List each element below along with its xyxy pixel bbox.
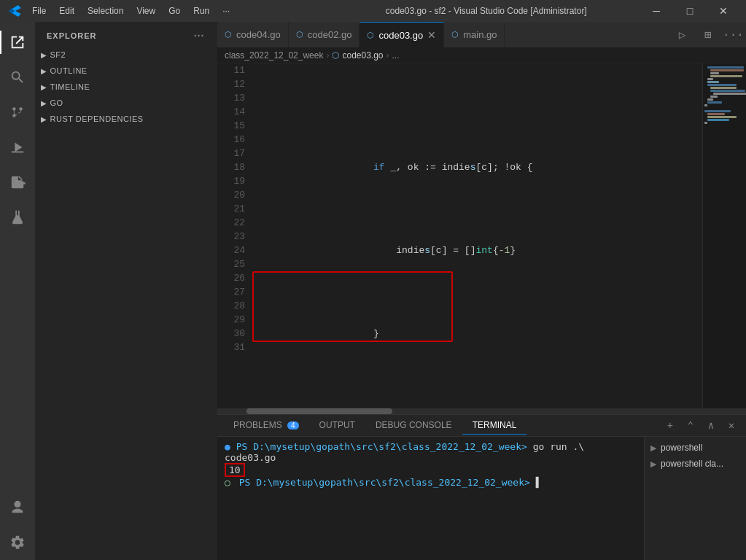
editor-area: ⬡ code04.go ⬡ code02.go ⬡ code03.go ✕ ⬡ …	[217, 22, 746, 560]
terminal-prompt1: ● PS D:\mysetup\gopath\src\sf2\class_202…	[225, 441, 637, 452]
terminal-session-2[interactable]: ▶ powershell cla...	[645, 456, 746, 472]
sidebar-section-outline-header[interactable]: ▶ OUTLINE	[35, 64, 217, 77]
run-button[interactable]: ▷	[669, 22, 695, 47]
svg-rect-3	[12, 152, 24, 153]
sidebar-section-sf2-header[interactable]: ▶ SF2	[35, 48, 217, 61]
sidebar-new-file-btn[interactable]: ···	[193, 29, 206, 42]
terminal-session-1[interactable]: ▶ powershell	[645, 440, 746, 456]
sidebar-header: EXPLORER ···	[35, 22, 217, 47]
tabs-right-actions: ▷ ⊞ ···	[669, 22, 746, 47]
panel-split-button[interactable]: ⌃	[682, 417, 699, 435]
activity-bar	[0, 22, 35, 560]
go-file-icon: ⬡	[225, 30, 232, 39]
go-file-icon2: ⬡	[296, 30, 303, 39]
code-line-14: indies[c] = append(indies[c], i)	[260, 396, 702, 408]
tab-code04[interactable]: ⬡ code04.go	[217, 22, 289, 47]
panel-tabs: PROBLEMS 4 OUTPUT DEBUG CONSOLE TERMINAL…	[217, 415, 746, 437]
editor-tabs: ⬡ code04.go ⬡ code02.go ⬡ code03.go ✕ ⬡ …	[217, 22, 746, 47]
close-button[interactable]: ✕	[707, 0, 740, 22]
terminal-output[interactable]: ● PS D:\mysetup\gopath\src\sf2\class_202…	[217, 437, 644, 560]
terminal-prompt-dot: ●	[225, 441, 230, 452]
tab-code02[interactable]: ⬡ code02.go	[289, 22, 360, 47]
editor-body: 11 12 13 14 15 16 17 18 19 20 21 22 23 2…	[217, 63, 746, 560]
app-logo	[6, 2, 23, 20]
chevron-right-icon2: ▶	[41, 67, 47, 75]
activity-extensions[interactable]	[0, 165, 35, 200]
tab-close-code03[interactable]: ✕	[427, 29, 436, 41]
bottom-panel: PROBLEMS 4 OUTPUT DEBUG CONSOLE TERMINAL…	[217, 414, 746, 560]
code-content[interactable]: if _, ok := indies[c]; !ok { indies[c] =…	[252, 63, 702, 408]
sidebar-section-go-header[interactable]: ▶ GO	[35, 96, 217, 109]
activity-settings[interactable]	[0, 525, 35, 560]
minimap	[702, 63, 746, 408]
sidebar-section-sf2: ▶ SF2	[35, 47, 217, 63]
panel-tab-problems[interactable]: PROBLEMS 4	[223, 416, 309, 435]
window-title: code03.go - sf2 - Visual Studio Code [Ad…	[333, 6, 640, 16]
minimize-button[interactable]: ─	[640, 0, 673, 22]
sidebar-header-actions: ···	[193, 29, 206, 42]
breadcrumb-file-icon: ⬡	[332, 50, 339, 61]
menu-run[interactable]: Run	[187, 4, 215, 18]
terminal-cursor: ▌	[536, 477, 542, 488]
terminal-cmd1b: code03.go	[225, 452, 637, 463]
panel-maximize-button[interactable]: ∧	[702, 417, 720, 435]
sidebar-section-timeline-header[interactable]: ▶ TIMELINE	[35, 80, 217, 93]
main-layout: EXPLORER ··· ▶ SF2 ▶ OUTLINE ▶ TIMELINE	[0, 22, 746, 560]
menu-bar: File Edit Selection View Go Run ···	[26, 4, 333, 18]
go-file-icon4: ⬡	[451, 30, 459, 39]
code-line-11: if _, ok := indies[c]; !ok {	[260, 147, 702, 188]
line-numbers: 11 12 13 14 15 16 17 18 19 20 21 22 23 2…	[217, 63, 252, 408]
terminal-output-line: 10	[225, 463, 637, 477]
problems-badge: 4	[287, 421, 299, 429]
go-file-icon3: ⬡	[367, 31, 374, 40]
code-editor[interactable]: 11 12 13 14 15 16 17 18 19 20 21 22 23 2…	[217, 63, 746, 408]
terminal-icon2: ▶	[650, 459, 656, 469]
more-actions-button[interactable]: ···	[720, 22, 746, 47]
panel-content: ● PS D:\mysetup\gopath\src\sf2\class_202…	[217, 437, 746, 560]
maximize-button[interactable]: □	[673, 0, 707, 22]
code-line-12: indies[c] = []int{-1}	[260, 230, 702, 271]
chevron-right-icon5: ▶	[41, 115, 47, 123]
chevron-right-icon: ▶	[41, 51, 47, 59]
terminal-prompt2: ○ PS D:\mysetup\gopath\src\sf2\class_202…	[225, 477, 637, 488]
menu-file[interactable]: File	[26, 4, 52, 18]
panel-tab-terminal[interactable]: TERMINAL	[462, 416, 527, 435]
breadcrumb-sep1: ›	[326, 50, 329, 61]
terminal-icon: ▶	[650, 443, 656, 453]
sidebar: EXPLORER ··· ▶ SF2 ▶ OUTLINE ▶ TIMELINE	[35, 22, 217, 560]
chevron-right-icon3: ▶	[41, 83, 47, 91]
activity-explorer[interactable]	[0, 25, 35, 60]
panel-tab-debug[interactable]: DEBUG CONSOLE	[365, 416, 462, 435]
split-editor-button[interactable]: ⊞	[695, 22, 720, 47]
terminal-prompt-dot2: ○	[225, 477, 230, 488]
menu-view[interactable]: View	[131, 4, 161, 18]
titlebar: File Edit Selection View Go Run ··· code…	[0, 0, 746, 22]
activity-run[interactable]	[0, 130, 35, 165]
panel-close-button[interactable]: ✕	[723, 417, 740, 435]
new-terminal-button[interactable]: +	[661, 417, 679, 435]
activity-search[interactable]	[0, 60, 35, 95]
tab-code03[interactable]: ⬡ code03.go ✕	[360, 22, 444, 47]
menu-edit[interactable]: Edit	[53, 4, 80, 18]
activity-testing[interactable]	[0, 200, 35, 235]
sidebar-section-timeline: ▶ TIMELINE	[35, 79, 217, 95]
breadcrumb-sep2: ›	[386, 50, 389, 61]
code-line-13: }	[260, 313, 702, 354]
tab-main[interactable]: ⬡ main.go	[444, 22, 505, 47]
sidebar-section-rust-header[interactable]: ▶ RUST DEPENDENCIES	[35, 112, 217, 125]
chevron-right-icon4: ▶	[41, 99, 47, 107]
scrollbar-thumb[interactable]	[246, 408, 392, 414]
terminal-sidebar: ▶ powershell ▶ powershell cla...	[644, 437, 746, 560]
horizontal-scrollbar[interactable]	[217, 408, 746, 414]
window-controls: ─ □ ✕	[640, 0, 740, 22]
sidebar-section-outline: ▶ OUTLINE	[35, 63, 217, 79]
breadcrumb: class_2022_12_02_week › ⬡ code03.go › ..…	[217, 47, 746, 63]
panel-tab-output[interactable]: OUTPUT	[309, 416, 365, 435]
activity-source-control[interactable]	[0, 95, 35, 130]
menu-more[interactable]: ···	[217, 4, 236, 18]
menu-go[interactable]: Go	[163, 4, 186, 18]
menu-selection[interactable]: Selection	[82, 4, 129, 18]
sidebar-section-go: ▶ GO	[35, 95, 217, 111]
panel-tabs-right: + ⌃ ∧ ✕	[661, 417, 740, 435]
activity-account[interactable]	[0, 490, 35, 525]
